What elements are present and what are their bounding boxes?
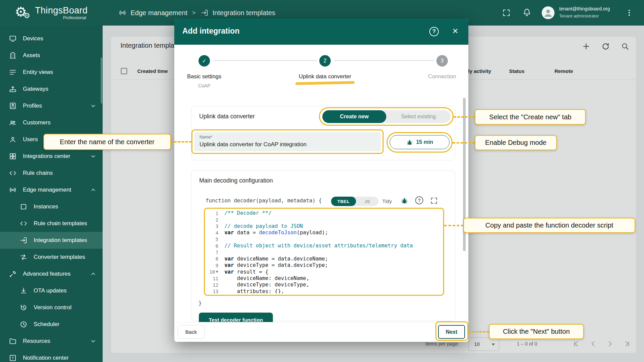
add-integration-dialog: Add integration ? × ✓ 2 3 Basic settings… [174, 18, 468, 342]
sidebar-item-gateways[interactable]: Gateways [0, 81, 103, 97]
chevron-up-icon [90, 187, 97, 193]
notifications-bell-icon[interactable] [523, 8, 531, 17]
instances-icon [20, 203, 28, 211]
code-line: deviceType: deviceType, [224, 282, 442, 288]
tab-select-existing[interactable]: Select existing [386, 110, 451, 123]
code-line: var data = decodeToJson(payload); [224, 230, 442, 236]
callout-click-next: Click the "Next" button [489, 324, 584, 339]
decoder-closing-brace: } [199, 300, 202, 306]
close-icon[interactable]: × [450, 25, 461, 37]
step-2-highlight-marker [295, 81, 355, 85]
sidebar-item-devices[interactable]: Devices [0, 30, 103, 47]
line-number: 13 [206, 288, 221, 293]
line-number: 5 [206, 236, 221, 243]
notification-center-icon [9, 354, 17, 362]
code-line [224, 216, 442, 223]
help-icon[interactable]: ? [429, 27, 439, 36]
avatar[interactable] [542, 6, 554, 19]
line-number: 6 [206, 243, 221, 249]
chevron-down-icon [90, 103, 97, 109]
sidebar-item-advanced-features[interactable]: Advanced features [0, 266, 103, 282]
chevron-up-icon [90, 271, 97, 277]
rule-chains-icon [9, 169, 17, 177]
callout-enable-debug: Enable Debug mode [475, 135, 557, 150]
sidebar-item-integration-templates[interactable]: Integration templates [0, 232, 103, 249]
fold-caret-icon[interactable] [216, 271, 218, 273]
sidebar-item-rule-chain-templates[interactable]: Rule chain templates [0, 215, 103, 232]
callout-connector [444, 225, 464, 226]
code-line: deviceName: deviceName, [224, 275, 442, 282]
callout-connector [454, 116, 475, 118]
sidebar-item-ota-updates[interactable]: OTA updates [0, 282, 103, 299]
sidebar-item-assets[interactable]: Assets [0, 47, 103, 64]
callout-enter-name: Enter the name of the converter [43, 134, 171, 150]
fullscreen-icon[interactable] [502, 8, 511, 17]
script-language-toggle: TBEL JS [331, 197, 379, 206]
sidebar-item-edge-management[interactable]: Edge management [0, 182, 103, 198]
code-line: var deviceName = data.deviceName; [224, 256, 442, 262]
customers-icon [9, 119, 17, 127]
callout-connector [453, 142, 475, 144]
dialog-footer: Back Next [174, 322, 468, 342]
sidebar-item-notification-center[interactable]: Notification center [0, 350, 103, 362]
code-line: // Result object with device/asset attri… [224, 243, 442, 249]
step-connector [334, 60, 434, 61]
decoder-heading: Main decoding configuration [199, 177, 273, 184]
entity-views-icon [9, 68, 17, 76]
converter-templates-icon [20, 253, 28, 261]
sidebar-scrollbar[interactable] [101, 57, 102, 104]
expand-fullscreen-icon[interactable] [430, 197, 438, 205]
back-button[interactable]: Back [178, 325, 205, 339]
chevron-down-icon [90, 153, 97, 160]
tab-create-new[interactable]: Create new [322, 110, 386, 123]
kebab-menu-icon[interactable] [625, 9, 633, 17]
sidebar-item-converter-templates[interactable]: Converter templates [0, 249, 103, 266]
step-1-circle[interactable]: ✓ [199, 55, 210, 67]
line-number: 4 [206, 230, 221, 236]
name-field-value: Uplink data converter for CoAP integrati… [200, 141, 307, 148]
debug-duration-label: 15 min [416, 139, 433, 145]
sidebar-item-customers[interactable]: Customers [0, 114, 103, 131]
devices-icon [9, 35, 17, 43]
sidebar-item-profiles[interactable]: Profiles [0, 97, 103, 114]
code-line: var deviceType = data.deviceType; [224, 262, 442, 269]
sidebar-item-rule-chains[interactable]: Rule chains [0, 165, 103, 182]
step-1-label[interactable]: Basic settings [174, 73, 234, 80]
sidebar-item-integrations-center[interactable]: Integrations center [0, 148, 103, 165]
step-2-label[interactable]: Uplink data converter [275, 73, 375, 80]
tab-tbel[interactable]: TBEL [331, 197, 356, 206]
converter-name-field[interactable]: Name* Uplink data converter for CoAP int… [194, 132, 381, 151]
uplink-converter-heading: Uplink data converter [199, 113, 255, 120]
code-line: // decode payload to JSON [224, 223, 442, 230]
editor-gutter: 12345678910111213 [206, 210, 221, 293]
breadcrumb-edge-management[interactable]: Edge management [131, 9, 187, 17]
tidy-button[interactable]: Tidy [382, 198, 392, 204]
debug-script-bug-icon[interactable] [400, 197, 408, 205]
sidebar-item-version-control[interactable]: Version control [0, 299, 103, 316]
debug-mode-button[interactable]: 15 min [390, 135, 450, 149]
line-number: 12 [206, 282, 221, 288]
breadcrumb-integration-templates[interactable]: Integration templates [213, 9, 276, 17]
tab-js[interactable]: JS [356, 197, 379, 206]
chevron-down-icon [90, 338, 97, 345]
gateways-icon [9, 85, 17, 93]
profiles-icon [9, 102, 17, 110]
code-line: var result = { [224, 269, 442, 275]
script-help-icon[interactable]: ? [415, 196, 423, 204]
line-number: 2 [206, 216, 221, 223]
sidebar-item-entity-views[interactable]: Entity views [0, 64, 103, 81]
decoder-function-signature: function decoder(payload, metadata) { [206, 198, 322, 204]
code-line: attributes: {}, [224, 288, 442, 293]
step-3-label[interactable]: Connection [408, 73, 468, 80]
sidebar-item-resources[interactable]: Resources [0, 333, 103, 350]
thingsboard-logo[interactable]: ⚙ ⚙ [15, 3, 34, 22]
step-3-circle[interactable]: 3 [436, 55, 448, 67]
sidebar-item-instances[interactable]: Instances [0, 198, 103, 215]
step-2-circle[interactable]: 2 [319, 55, 331, 67]
version-control-icon [20, 304, 28, 312]
code-editor[interactable]: 12345678910111213 /** Decoder **/// deco… [206, 209, 442, 293]
sidebar-item-scheduler[interactable]: Scheduler [0, 316, 103, 333]
integrations-center-icon [9, 152, 17, 160]
step-1-sublabel: CoAP [174, 83, 234, 88]
brand-subtitle: Professional [35, 15, 86, 20]
